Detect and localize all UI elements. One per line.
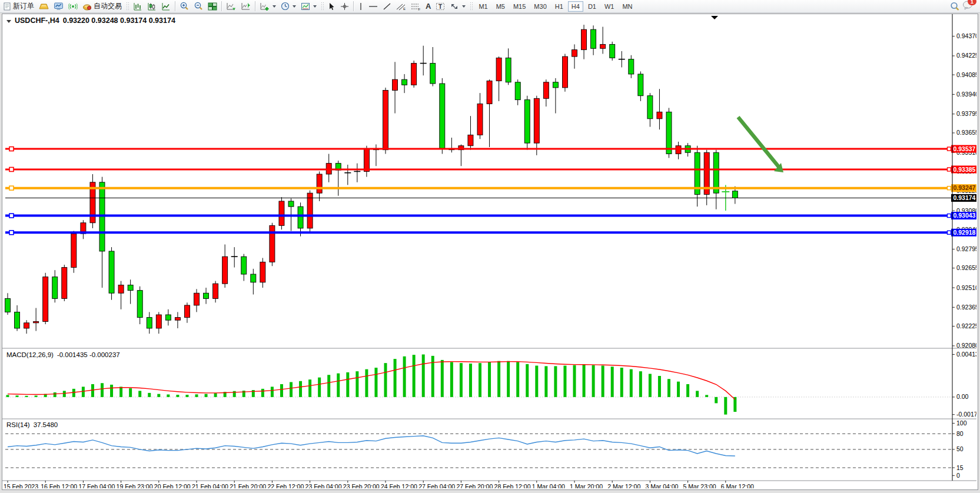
chart-shift-marker[interactable] (711, 16, 718, 19)
price-axis-label: 0.92225 (956, 322, 976, 329)
candle-body (430, 64, 436, 84)
hline-handle[interactable] (9, 186, 14, 190)
search-icon (950, 2, 960, 11)
terminal-button[interactable] (51, 1, 66, 12)
hline-handle[interactable] (9, 214, 14, 218)
vertical-line-icon (358, 2, 364, 11)
new-order-label: 新订单 (13, 1, 34, 11)
fibonacci-tool-button[interactable]: F (408, 1, 423, 12)
candle-body (194, 293, 200, 305)
candle-body (118, 285, 124, 293)
price-axis-label: 0.94225 (956, 52, 976, 59)
trend-arrow[interactable] (738, 117, 780, 168)
price-axis-label: 0.92510 (956, 284, 976, 291)
timeframe-button-h1[interactable]: H1 (552, 1, 567, 12)
hline-handle[interactable] (9, 147, 14, 151)
timeframe-button-m15[interactable]: M15 (510, 1, 529, 12)
candle-body (534, 98, 539, 143)
equidistant-channel-tool-button[interactable]: E (394, 1, 408, 12)
time-axis-label: 20 Feb 12:00 (154, 483, 191, 489)
rsi-axis-label: 0 (956, 472, 960, 479)
rsi-header: RSI(14) 37.5480 (6, 421, 58, 428)
candle-body (5, 298, 11, 312)
candle-body (543, 82, 549, 99)
timeframe-button-d1[interactable]: D1 (584, 1, 600, 12)
time-axis-label: 2 Mar 12:00 (607, 483, 640, 489)
hline-axis-marker (948, 168, 951, 171)
time-axis-label: 16 Feb 12:00 (41, 483, 77, 489)
timeframe-button-m30[interactable]: M30 (530, 1, 550, 12)
timeframe-button-m1[interactable]: M1 (475, 1, 491, 12)
text-tool-button[interactable]: A (423, 1, 433, 12)
zoom-in-button[interactable] (177, 1, 191, 12)
auto-trade-button[interactable]: 自动交易 (80, 1, 124, 12)
chat-button[interactable]: 1 (962, 0, 974, 12)
bar-chart-button[interactable] (131, 1, 145, 12)
chart-title-row: USDCHF-,H4 0.93220 0.93248 0.93174 0.931… (6, 16, 175, 25)
gold-icon (39, 2, 49, 11)
candle-body (52, 277, 58, 299)
candle-body (156, 315, 161, 328)
candle-body (440, 84, 445, 148)
rsi-line (8, 436, 735, 456)
macd-axis-label: 0.00 (956, 393, 969, 400)
timeframe-button-h4[interactable]: H4 (568, 1, 583, 12)
templates-button[interactable] (298, 1, 319, 12)
chart-plot: 0.943700.942250.940850.939400.937950.936… (2, 14, 976, 488)
periods-clock-icon (281, 2, 290, 11)
candle-body (251, 274, 256, 282)
price-axis-label: 0.92795 (956, 245, 976, 252)
crosshair-icon (340, 2, 349, 11)
line-chart-button[interactable] (159, 1, 173, 12)
candle-body (638, 74, 643, 96)
fibonacci-icon: F (411, 2, 421, 11)
time-axis-label: 23 Feb 04:00 (305, 483, 342, 489)
gold-button[interactable] (36, 1, 51, 12)
candle-body (629, 59, 634, 74)
horizontal-line-tool-button[interactable] (366, 1, 380, 12)
vertical-line-tool-button[interactable] (356, 1, 366, 12)
text-label-tool-button[interactable]: T (433, 1, 447, 12)
hline-handle[interactable] (9, 231, 14, 235)
signal-button[interactable] (66, 1, 80, 12)
search-button[interactable] (948, 1, 962, 12)
candlestick-icon (147, 2, 157, 11)
svg-text:T: T (438, 3, 442, 9)
candle-body (553, 82, 558, 88)
toolbar-separator (255, 1, 255, 11)
timeframe-button-w1[interactable]: W1 (601, 1, 618, 12)
candle-body (402, 79, 407, 85)
zoom-in-icon (180, 2, 189, 11)
price-axis-label: 0.93940 (956, 91, 976, 98)
candle-body (71, 234, 77, 267)
svg-text:E: E (403, 7, 406, 11)
timeframe-button-m5[interactable]: M5 (493, 1, 509, 12)
macd-axis-label: 0.004137 (956, 351, 976, 358)
rsi-label: RSI(14) (6, 421, 30, 428)
price-tag-label: 0.92918 (954, 229, 976, 236)
macd-header: MACD(12,26,9) -0.001435 -0.000237 (6, 351, 120, 358)
auto-scroll-button[interactable] (224, 1, 238, 12)
hline-handle[interactable] (9, 167, 14, 171)
chart-menu-triangle-icon[interactable] (6, 20, 11, 23)
new-order-button[interactable]: 新订单 (1, 1, 36, 12)
toolbar-separator (353, 1, 354, 11)
candle-body (222, 257, 228, 284)
candle-body (515, 82, 520, 100)
chart-shift-button[interactable] (238, 1, 253, 12)
crosshair-tool-button[interactable] (338, 1, 351, 12)
cursor-tool-button[interactable] (325, 1, 338, 12)
indicators-button[interactable] (257, 1, 278, 12)
timeframe-button-mn[interactable]: MN (619, 1, 636, 12)
candle-body (137, 291, 142, 318)
zoom-out-button[interactable] (191, 1, 205, 12)
trendline-tool-button[interactable] (380, 1, 394, 12)
toolbar-separator (221, 1, 222, 11)
arrows-tool-button[interactable] (447, 1, 468, 12)
candle-body (184, 305, 190, 318)
periods-button[interactable] (278, 1, 298, 12)
candle-body (270, 225, 275, 262)
tile-windows-button[interactable] (205, 1, 220, 12)
price-tag-label: 0.93043 (954, 212, 976, 219)
candlestick-button[interactable] (145, 1, 159, 12)
